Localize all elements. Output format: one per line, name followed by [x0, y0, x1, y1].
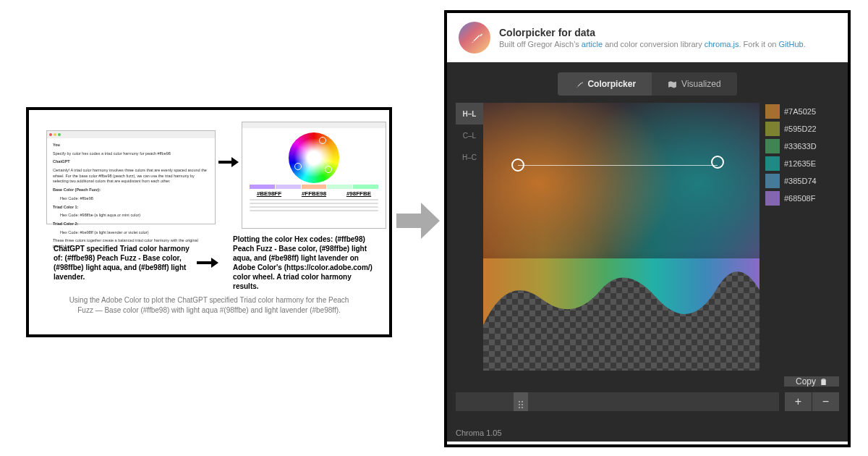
legend-swatch — [765, 122, 780, 136]
axis-tab-hc[interactable]: H–C — [456, 146, 483, 168]
legend-hex: #7A5025 — [784, 107, 816, 116]
description-right: Plotting the color Hex codes: (#ffbe98) … — [233, 235, 375, 291]
scrub-track[interactable] — [456, 392, 779, 411]
article-link[interactable]: article — [582, 40, 603, 48]
clipboard-icon — [820, 378, 827, 386]
legend-swatch — [765, 104, 780, 119]
legend-hex: #12635E — [784, 159, 816, 168]
big-arrow-icon — [396, 203, 440, 239]
legend-item[interactable]: #68508F — [765, 191, 839, 206]
legend-hex: #385D74 — [784, 177, 817, 185]
legend-swatch — [765, 174, 780, 188]
description-left: ChatGPT specified Triad color harmony of… — [54, 244, 195, 282]
caption-text: Using the Adobe Color to plot the ChatGP… — [65, 295, 353, 316]
user-label: You — [53, 143, 60, 147]
legend-item[interactable]: #385D74 — [765, 174, 839, 188]
scrub-handle[interactable] — [514, 392, 528, 411]
legend-item[interactable]: #7A5025 — [765, 104, 839, 119]
color-wheel — [289, 132, 339, 183]
copy-button[interactable]: Copy — [784, 376, 839, 387]
status-text: Chroma 1.05 — [456, 428, 502, 437]
arrow-icon — [218, 157, 239, 167]
remove-color-button[interactable]: − — [812, 392, 839, 411]
chromajs-link[interactable]: chroma.js — [705, 40, 739, 48]
hex-code-2: #FFBE98 — [302, 190, 326, 197]
hex-code-3: #98FFBE — [346, 190, 371, 197]
legend-hex: #595D22 — [784, 124, 817, 133]
chatgpt-window: You Specify by color hex codes a triad c… — [46, 130, 216, 224]
user-message: Specify by color hex codes a triad color… — [53, 151, 209, 157]
github-link[interactable]: GitHub — [778, 40, 803, 48]
legend-swatch — [765, 156, 780, 171]
color-handle-start[interactable] — [511, 159, 524, 172]
axis-tab-hl[interactable]: H–L — [456, 103, 483, 124]
eyedropper-icon — [574, 80, 583, 89]
legend-swatch — [765, 139, 780, 153]
tab-visualized[interactable]: Visualized — [652, 72, 736, 96]
app-logo — [459, 22, 490, 54]
legend-item[interactable]: #33633D — [765, 139, 839, 153]
bot-label: ChatGPT — [53, 159, 70, 164]
legend-swatch — [765, 191, 780, 206]
bot-message: Certainly! A triad color harmony involve… — [53, 168, 209, 185]
color-canvas[interactable] — [483, 103, 760, 371]
app-header: Colorpicker for data Built off Gregor Ai… — [447, 13, 848, 62]
hex-code-1: #BE98FF — [257, 190, 281, 197]
view-tabs: Colorpicker Visualized — [456, 72, 839, 96]
axis-tab-cl[interactable]: C–L — [456, 124, 483, 146]
app-title: Colorpicker for data — [499, 27, 806, 38]
adobe-color-window: #BE98FF #FFBE98 #98FFBE — [242, 122, 386, 229]
app-subtitle: Built off Gregor Aisch's article and col… — [499, 40, 806, 48]
legend-item[interactable]: #595D22 — [765, 122, 839, 136]
arrow-icon — [197, 258, 218, 268]
map-icon — [668, 80, 677, 89]
color-handle-end[interactable] — [711, 156, 724, 169]
colorpicker-app-panel: Colorpicker for data Built off Gregor Ai… — [444, 10, 851, 447]
axis-tabs: H–L C–L H–C — [456, 103, 483, 371]
eyedropper-icon — [467, 30, 482, 46]
legend-hex: #33633D — [784, 142, 817, 151]
legend-item[interactable]: #12635E — [765, 156, 839, 171]
legend-hex: #68508F — [784, 194, 815, 203]
add-color-button[interactable]: + — [785, 392, 812, 411]
tab-colorpicker[interactable]: Colorpicker — [558, 72, 652, 96]
color-legend: #7A5025 #595D22 #33633D #12635E #385D74 … — [760, 103, 839, 371]
left-diagram-panel: You Specify by color hex codes a triad c… — [26, 107, 392, 337]
